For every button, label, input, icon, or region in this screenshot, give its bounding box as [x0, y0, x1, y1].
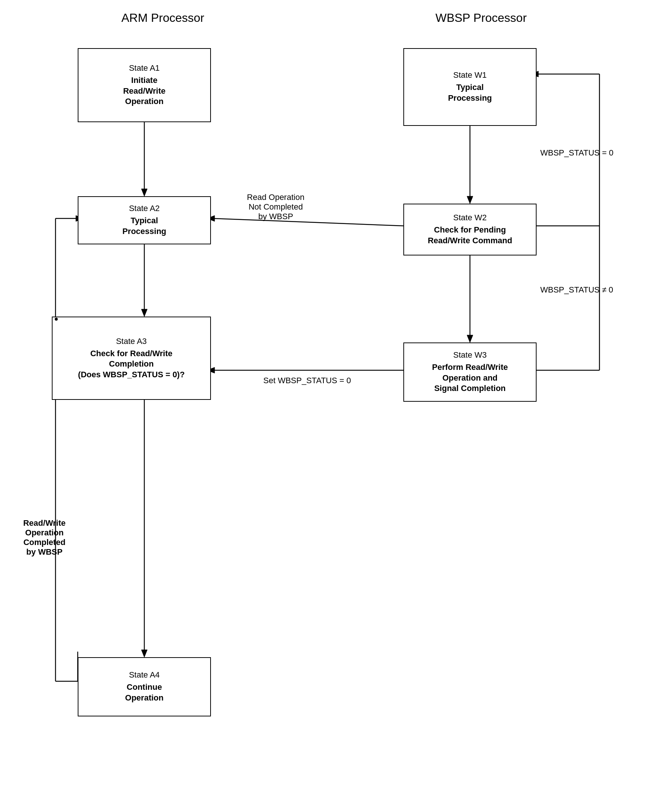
state-a3: State A3 Check for Read/WriteCompletion(…	[52, 316, 211, 400]
state-a2-desc: TypicalProcessing	[123, 216, 167, 236]
state-a1-label: State A1	[129, 63, 159, 73]
state-w3-desc: Perform Read/WriteOperation andSignal Co…	[432, 362, 508, 394]
state-a3-dot	[55, 318, 58, 321]
state-a1-desc: InitiateRead/WriteOperation	[123, 75, 166, 107]
svg-marker-3	[141, 309, 147, 316]
state-a4: State A4 ContinueOperation	[78, 657, 211, 716]
state-a2: State A2 TypicalProcessing	[78, 196, 211, 244]
state-a4-label: State A4	[129, 670, 159, 680]
svg-marker-13	[467, 335, 473, 342]
label-wbsp-status-eq0: WBSP_STATUS = 0	[540, 148, 644, 158]
label-set-wbsp-status: Set WBSP_STATUS = 0	[229, 376, 385, 385]
label-wbsp-status-neq0: WBSP_STATUS ≠ 0	[540, 285, 644, 295]
state-w1-desc: TypicalProcessing	[448, 82, 492, 103]
arm-title: ARM Processor	[70, 11, 255, 25]
label-read-not-completed: Read OperationNot Completedby WBSP	[229, 193, 322, 221]
state-w1-label: State W1	[453, 70, 487, 80]
svg-marker-1	[141, 189, 147, 196]
state-a3-desc: Check for Read/WriteCompletion(Does WBSP…	[78, 348, 185, 380]
state-a1: State A1 InitiateRead/WriteOperation	[78, 48, 211, 122]
state-w2-desc: Check for PendingRead/Write Command	[428, 225, 512, 246]
state-w2-label: State W2	[453, 213, 487, 222]
state-a2-label: State A2	[129, 204, 159, 213]
wbsp-title: WBSP Processor	[370, 11, 592, 25]
svg-marker-5	[141, 650, 147, 657]
diagram-container: ARM Processor WBSP Processor	[0, 0, 672, 789]
state-w3: State W3 Perform Read/WriteOperation and…	[403, 342, 537, 402]
label-rw-completed: Read/WriteOperationCompletedby WBSP	[7, 518, 81, 557]
state-a4-desc: ContinueOperation	[125, 682, 164, 703]
state-a3-label: State A3	[116, 337, 147, 346]
svg-marker-11	[467, 196, 473, 204]
state-w2: State W2 Check for PendingRead/Write Com…	[403, 204, 537, 256]
state-w3-label: State W3	[453, 350, 487, 360]
state-w1: State W1 TypicalProcessing	[403, 48, 537, 126]
